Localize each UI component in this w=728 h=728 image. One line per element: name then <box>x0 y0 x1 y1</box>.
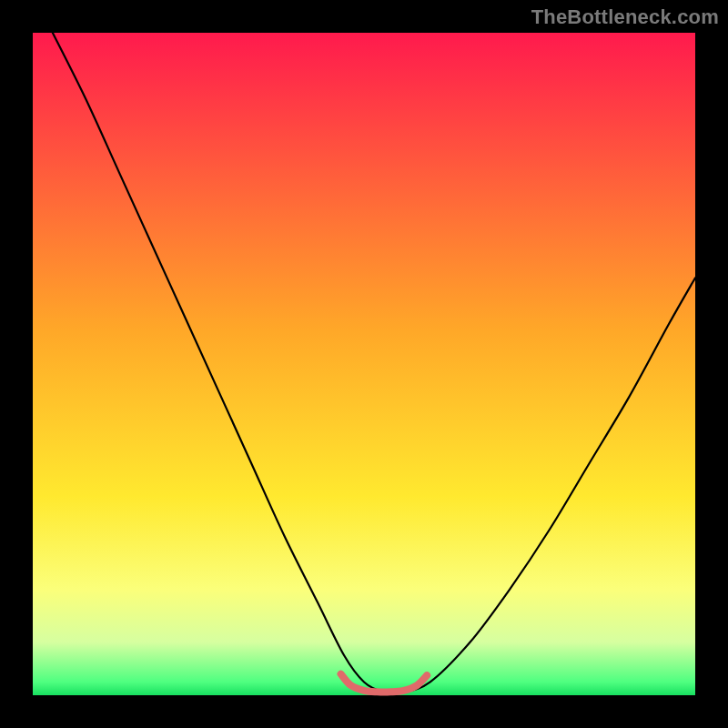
plot-background <box>33 33 695 695</box>
chart-container: TheBottleneck.com <box>0 0 728 728</box>
bottleneck-chart <box>0 0 728 728</box>
